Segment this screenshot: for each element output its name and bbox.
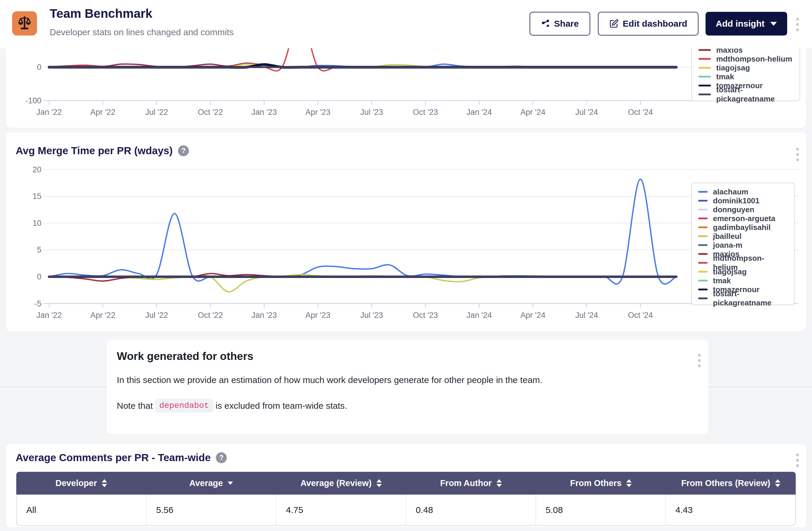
legend-label: alachaum [713, 187, 749, 197]
comments-table: DeveloperAverageAverage (Review)From Aut… [16, 472, 796, 526]
legend-swatch-icon [698, 235, 708, 237]
section-title: Work generated for others [117, 350, 253, 363]
page-title: Team Benchmark [50, 6, 152, 21]
legend-item[interactable]: alachaum [698, 187, 787, 196]
legend-item[interactable]: donnguyen [698, 205, 787, 214]
column-header[interactable]: Developer [16, 472, 146, 494]
legend-swatch-icon [698, 67, 711, 69]
table-cell: 5.56 [146, 494, 276, 526]
column-header-label: Developer [56, 478, 97, 488]
section-note: Note that dependabot is excluded from te… [117, 399, 347, 413]
legend-item[interactable]: joana-m [698, 241, 787, 250]
legend-item[interactable]: mdthompson-helium [698, 258, 787, 267]
edit-icon [609, 19, 619, 28]
svg-text:Apr '22: Apr '22 [90, 108, 115, 117]
svg-text:Jan '23: Jan '23 [251, 311, 277, 320]
chart-title: Avg Merge Time per PR (wdays) [16, 145, 173, 157]
svg-text:Oct '23: Oct '23 [413, 108, 438, 117]
legend-swatch-icon [698, 226, 708, 228]
legend-label: emerson-argueta [713, 214, 775, 223]
table-title: Average Comments per PR - Team-wide [16, 452, 211, 463]
work-generated-card: Work generated for others In this sectio… [107, 339, 709, 434]
share-icon [541, 19, 550, 28]
legend-swatch-icon [698, 297, 708, 299]
scales-icon [16, 14, 33, 32]
help-icon[interactable]: ? [178, 145, 189, 156]
svg-text:20: 20 [32, 165, 41, 174]
legend-swatch-icon [698, 289, 708, 290]
svg-text:Oct '23: Oct '23 [413, 311, 438, 320]
legend-label: tiagojsag [716, 63, 750, 72]
table-cell: 0.48 [406, 494, 536, 526]
legend-item[interactable]: gadimbaylisahil [698, 223, 787, 232]
svg-text:Jan '22: Jan '22 [37, 311, 62, 320]
svg-text:-5: -5 [34, 299, 41, 308]
add-insight-button[interactable]: Add insight [706, 12, 787, 36]
edit-dashboard-label: Edit dashboard [623, 19, 687, 29]
svg-text:Jan '24: Jan '24 [466, 108, 492, 117]
legend-label: tiagojsag [713, 267, 746, 277]
share-button[interactable]: Share [530, 12, 590, 36]
page-subtitle: Developer stats on lines changed and com… [50, 27, 234, 37]
column-header[interactable]: From Others [536, 472, 666, 494]
legend-swatch-icon [698, 94, 711, 95]
svg-text:Jan '24: Jan '24 [466, 311, 492, 320]
column-header[interactable]: From Author [406, 472, 536, 494]
svg-text:15: 15 [32, 192, 41, 201]
legend-item[interactable]: jbailleul [698, 232, 787, 241]
legend-item[interactable]: tostart-pickagreatname [698, 294, 787, 303]
column-header[interactable]: Average (Review) [276, 472, 406, 494]
legend-item[interactable]: tiagojsag [698, 63, 793, 72]
svg-text:Apr '24: Apr '24 [520, 311, 546, 320]
legend-swatch-icon [698, 58, 711, 60]
legend-swatch-icon [698, 200, 708, 201]
legend-item[interactable]: tiagojsag [698, 267, 787, 276]
legend-label: tmak [716, 72, 734, 81]
column-header-label: From Others [570, 478, 622, 488]
chevron-down-icon [770, 22, 777, 26]
table-kebab-menu[interactable] [795, 452, 800, 468]
svg-text:Jan '23: Jan '23 [251, 108, 277, 117]
edit-dashboard-button[interactable]: Edit dashboard [598, 12, 698, 36]
legend-swatch-icon [698, 262, 708, 264]
chart-legend: alachaumdominik1001donnguyenemerson-argu… [691, 183, 795, 305]
card-kebab-menu[interactable] [697, 352, 702, 368]
dashboard-logo [12, 11, 37, 36]
column-header-label: From Author [440, 478, 492, 488]
svg-text:5: 5 [37, 246, 41, 254]
column-header[interactable]: From Others (Review) [666, 472, 796, 494]
sort-icon [775, 479, 780, 487]
app-header: Team Benchmark Developer stats on lines … [0, 0, 812, 48]
table-row: All5.564.750.485.084.43 [16, 494, 796, 526]
legend-item[interactable]: tmak [698, 276, 787, 285]
section-paragraph: In this section we provide an estimation… [117, 375, 542, 385]
legend-item[interactable]: dominik1001 [698, 196, 787, 205]
note-prefix: Note that [117, 401, 153, 411]
legend-label: mdthompson-helium [716, 54, 792, 64]
legend-swatch-icon [698, 85, 711, 86]
legend-item[interactable]: mdthompson-helium [698, 54, 793, 63]
legend-item[interactable]: emerson-argueta [698, 214, 787, 223]
help-icon[interactable]: ? [216, 452, 227, 463]
header-kebab-menu[interactable] [795, 17, 800, 32]
table-cell: 5.08 [536, 494, 665, 526]
table-cell: 4.75 [276, 494, 406, 526]
note-suffix: is excluded from team-wide stats. [216, 401, 347, 411]
svg-text:Jan '22: Jan '22 [37, 108, 62, 117]
svg-text:Jul '23: Jul '23 [360, 108, 383, 117]
legend-swatch-icon [698, 218, 708, 219]
svg-text:Jul '23: Jul '23 [360, 311, 383, 320]
legend-label: tostart-pickagreatname [713, 289, 787, 308]
svg-text:Jul '22: Jul '22 [145, 311, 168, 320]
column-header[interactable]: Average [146, 472, 276, 494]
legend-label: donnguyen [713, 205, 754, 214]
legend-item[interactable]: tmak [698, 72, 793, 81]
legend-swatch-icon [698, 244, 708, 246]
code-chip: dependabot [155, 399, 214, 413]
share-button-label: Share [554, 19, 579, 29]
legend-swatch-icon [698, 76, 711, 78]
legend-swatch-icon [698, 271, 708, 273]
legend-swatch-icon [698, 191, 708, 193]
svg-text:Apr '24: Apr '24 [520, 108, 546, 117]
legend-item[interactable]: tostart-pickagreatname [698, 90, 793, 99]
